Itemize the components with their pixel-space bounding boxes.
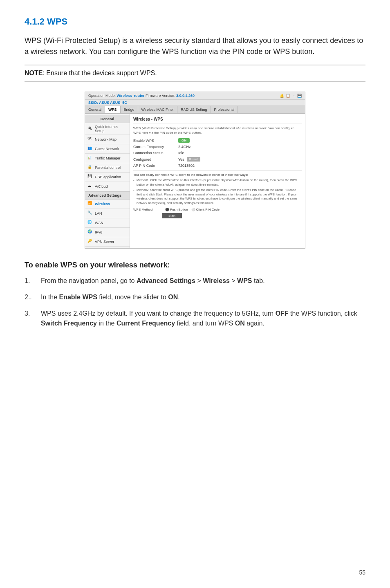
sidebar-label-vpn: VPN Server (95, 240, 114, 244)
intro-paragraph: WPS (Wi-Fi Protected Setup) is a wireles… (25, 35, 365, 57)
sidebar-label-usb: USB application (95, 175, 121, 179)
pin-code-label: AP PIN Code (133, 164, 178, 168)
sidebar-item-aicloud[interactable]: ☁ AiCloud (85, 182, 130, 191)
sidebar-label-parental: Parental control (95, 166, 121, 170)
sidebar-label-wan: WAN (95, 221, 103, 225)
step-3-number: 3. (25, 309, 41, 328)
note-label: NOTE (25, 70, 43, 76)
sidebar-item-guest-network[interactable]: 👥 Guest Network (85, 144, 130, 154)
sidebar-label-wireless: Wireless (95, 202, 110, 206)
radio-client-pin[interactable]: ⚪ Client PIN Code (191, 208, 220, 211)
router-ui-screenshot: Operation Mode: Wireless_router Firmware… (85, 92, 305, 249)
network-map-icon: 🗺 (87, 137, 93, 142)
router-tabs: General WPS Bridge Wireless MAC Filter R… (85, 106, 305, 114)
form-row-enable-wps: Enable WPS ON (133, 138, 302, 143)
sidebar-item-wan[interactable]: 🌐 WAN (85, 218, 130, 228)
sidebar-label-traffic: Traffic Manager (95, 156, 121, 160)
sidebar-label-quick: Quick InternetSetup (95, 125, 118, 133)
step-1-bold-3: WPS (237, 277, 252, 284)
tab-radius-setting[interactable]: RADIUS Setting (177, 106, 211, 113)
content-description: WPS (Wi-Fi Protected Setup) provides eas… (133, 126, 302, 135)
router-header: Operation Mode: Wireless_router Firmware… (85, 92, 305, 100)
configured-value: Yes (178, 157, 184, 162)
note-text: : Ensure that the devices support WPS. (43, 70, 157, 76)
traffic-manager-icon: 📊 (87, 155, 93, 161)
radio-client-pin-indicator: ⚪ (191, 208, 195, 211)
radio-push-button-indicator: ⚫ (165, 208, 169, 211)
wireless-icon: 📶 (87, 201, 93, 207)
tab-professional[interactable]: Professional (211, 106, 238, 113)
bottom-rule (25, 353, 365, 353)
step-3-bold-2: Switch Frequency (41, 320, 97, 327)
operation-mode: Operation Mode: Wireless_router Firmware… (88, 94, 195, 98)
lan-icon: 🔧 (87, 211, 93, 216)
icon-bell: 🔔 (280, 94, 284, 98)
steps-section-heading: To enable WPS on your wireless network: (25, 261, 365, 269)
wps-method-row: WPS Method ⚫ Push Button ⚪ Client PIN Co… (133, 208, 302, 211)
tab-bridge[interactable]: Bridge (121, 106, 138, 113)
tab-wps[interactable]: WPS (105, 106, 121, 113)
ssid-row: SSID: ASUS ASUS_5G (85, 100, 305, 106)
icon-back: ← (292, 94, 296, 98)
form-row-frequency: Current Frequency 2.4GHz (133, 145, 302, 149)
form-row-pin-code: AP PIN Code 72013502 (133, 164, 302, 168)
wan-icon: 🌐 (87, 220, 93, 226)
sidebar-item-quick-internet[interactable]: 🔌 Quick InternetSetup (85, 123, 130, 135)
method-2: Method2: Start the client WPS process an… (133, 188, 302, 205)
enable-wps-toggle[interactable]: ON (178, 138, 190, 143)
reset-button[interactable]: Reset (187, 157, 200, 162)
step-3-bold-3: Current Frequency (117, 320, 175, 327)
connection-status-value: Idle (178, 151, 184, 155)
sidebar-item-lan[interactable]: 🔧 LAN (85, 209, 130, 218)
sidebar-item-wireless[interactable]: 📶 Wireless (85, 200, 130, 209)
sidebar-item-parental-control[interactable]: 🔒 Parental control (85, 163, 130, 173)
step-1-bold-2: Wireless (203, 277, 230, 284)
tab-general[interactable]: General (85, 106, 105, 113)
methods-intro: You can easily connect a WPS client to t… (133, 173, 302, 177)
sidebar-general-section: General (85, 115, 130, 123)
aicloud-icon: ☁ (87, 184, 93, 189)
quick-internet-icon: 🔌 (87, 126, 93, 132)
page-number: 55 (359, 569, 365, 576)
connection-status-label: Connection Status (133, 151, 178, 155)
icon-save: 💾 (297, 94, 302, 98)
frequency-label: Current Frequency (133, 145, 178, 149)
form-row-configured: Configured Yes Reset (133, 157, 302, 162)
configured-label: Configured (133, 157, 178, 162)
step-1-number: 1. (25, 276, 41, 286)
icon-copy: 📋 (286, 94, 290, 98)
step-2-bold-1: Enable WPS (59, 294, 97, 301)
step-3-bold-4: ON (235, 320, 245, 327)
step-3: 3. WPS uses 2.4GHz by default. If you wa… (25, 309, 365, 328)
pin-code-value: 72013502 (178, 164, 195, 168)
step-2: 2.. In the Enable WPS field, move the sl… (25, 292, 365, 302)
sidebar-item-ipv6[interactable]: 🌍 IPv6 (85, 228, 130, 237)
start-button[interactable]: Start (162, 213, 182, 218)
radio-push-button-label: Push Button (170, 208, 188, 211)
step-3-content: WPS uses 2.4GHz by default. If you want … (41, 309, 365, 328)
tab-wireless-mac-filter[interactable]: Wireless MAC Filter (138, 106, 178, 113)
steps-list: 1. From the navigation panel, go to Adva… (25, 276, 365, 328)
step-1: 1. From the navigation panel, go to Adva… (25, 276, 365, 286)
sidebar-label-ipv6: IPv6 (95, 230, 102, 234)
sidebar-item-traffic-manager[interactable]: 📊 Traffic Manager (85, 154, 130, 163)
radio-client-pin-label: Client PIN Code (196, 208, 220, 211)
header-icons: 🔔 📋 ← 💾 (280, 94, 302, 98)
method-1: Method1: Click the WPS button on this in… (133, 178, 302, 187)
divider (133, 170, 302, 171)
step-3-bold-1: OFF (276, 310, 289, 317)
guest-network-icon: 👥 (87, 146, 93, 152)
sidebar-item-vpn-server[interactable]: 🔑 VPN Server (85, 237, 130, 247)
parental-control-icon: 🔒 (87, 165, 93, 171)
radio-push-button[interactable]: ⚫ Push Button (165, 208, 188, 211)
frequency-value: 2.4GHz (178, 145, 191, 149)
note-box: NOTE: Ensure that the devices support WP… (25, 65, 365, 82)
sidebar-label-network-map: Network Map (95, 137, 117, 141)
vpn-server-icon: 🔑 (87, 239, 93, 245)
sidebar-label-aicloud: AiCloud (95, 184, 108, 189)
sidebar-item-usb-application[interactable]: 💾 USB application (85, 173, 130, 182)
page-title: 4.1.2 WPS (25, 16, 365, 27)
ipv6-icon: 🌍 (87, 229, 93, 235)
sidebar-item-network-map[interactable]: 🗺 Network Map (85, 135, 130, 144)
content-section-title: Wireless - WPS (133, 117, 302, 123)
